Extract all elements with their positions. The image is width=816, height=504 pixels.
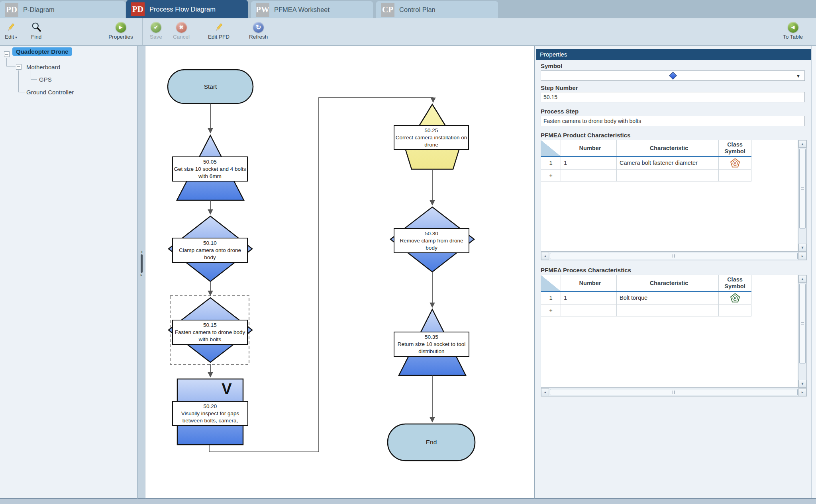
header-underline	[541, 156, 751, 157]
horizontal-scrollbar[interactable]: ◂ ▸	[541, 252, 807, 260]
process-characteristics-table: Number Characteristic Class Symbol 1 1 B…	[541, 275, 807, 397]
thumb-grip	[673, 254, 675, 258]
characteristic-cell[interactable]: Camera bolt fastener diameter	[617, 156, 719, 170]
tab-process-flow-diagram[interactable]: PD Process Flow Diagram	[126, 0, 248, 18]
row-number-cell[interactable]: 1	[541, 156, 561, 170]
table-row[interactable]: 1 1 Bolt torque P	[541, 291, 798, 305]
chevron-down-icon: ▼	[796, 74, 800, 78]
table-header-row: Number Characteristic Class Symbol	[541, 140, 798, 156]
refresh-button[interactable]: ↻ Refresh	[249, 21, 268, 40]
flow-node-5020-label[interactable]: 50.20 Visually inspect for gaps between …	[172, 401, 248, 426]
step-number: 50.35	[395, 334, 468, 341]
splitter-grip-handle[interactable]: ◂ ▸	[138, 250, 145, 277]
step-number: 50.15	[174, 322, 246, 329]
tree-item-ground-controller[interactable]: Ground Controller	[26, 89, 74, 96]
tab-control-plan[interactable]: CP Control Plan	[376, 1, 498, 18]
flow-node-5035-label[interactable]: 50.35 Return size 10 socket to tool dist…	[394, 332, 469, 357]
save-button[interactable]: ✔ Save	[150, 21, 162, 40]
scroll-left-icon: ◂	[544, 254, 546, 258]
main-toolbar: Edit▾ Find ▶ Properties ✔ Save ✖ Cancel …	[0, 18, 816, 46]
tree-connector-line	[31, 70, 31, 79]
vertical-scrollbar-thumb[interactable]	[799, 149, 806, 229]
scroll-left-button[interactable]: ◂	[541, 388, 549, 396]
edit-pfd-button[interactable]: Edit PFD	[208, 21, 230, 40]
properties-button[interactable]: ▶ Properties	[104, 21, 137, 40]
flow-node-5015-label[interactable]: 50.15 Fasten camera to drone body with b…	[172, 320, 248, 345]
cancel-button[interactable]: ✖ Cancel	[173, 21, 190, 40]
column-header-number[interactable]: Number	[561, 275, 617, 291]
empty-cell[interactable]	[561, 305, 617, 316]
structure-tree-panel: Quadcopter Drone Motherboard GPS Ground …	[0, 46, 137, 499]
horizontal-scrollbar-thumb[interactable]	[550, 389, 798, 395]
tree-item-quadcopter-drone[interactable]: Quadcopter Drone	[12, 48, 72, 55]
scroll-right-button[interactable]: ▸	[798, 252, 806, 260]
empty-cell[interactable]	[617, 170, 719, 182]
symbol-dropdown[interactable]: ▼	[541, 70, 805, 81]
empty-cell[interactable]	[561, 170, 617, 182]
tab-p-diagram[interactable]: PD P-Diagram	[0, 1, 126, 18]
flow-node-5010-label[interactable]: 50.10 Clamp camera onto drone body	[172, 238, 248, 263]
process-step-input[interactable]	[541, 116, 805, 126]
to-table-button[interactable]: ◀ To Table	[783, 21, 803, 40]
step-text: Fasten camera to drone body with bolts	[174, 329, 246, 343]
tree-item-gps[interactable]: GPS	[39, 76, 52, 83]
scroll-up-button[interactable]: ▲	[798, 275, 806, 283]
cancel-x-icon: ✖	[176, 22, 187, 33]
flow-node-5005-label[interactable]: 50.05 Get size 10 socket and 4 bolts wit…	[172, 156, 248, 182]
empty-cell[interactable]	[719, 170, 751, 182]
add-row[interactable]: +	[541, 170, 798, 182]
step-number-input[interactable]	[541, 92, 805, 102]
scroll-down-button[interactable]: ▼	[798, 380, 806, 387]
vertical-scrollbar-thumb[interactable]	[799, 284, 806, 363]
find-button[interactable]: Find	[31, 21, 41, 40]
scroll-left-button[interactable]: ◂	[541, 252, 549, 260]
scroll-down-button[interactable]: ▼	[798, 244, 806, 251]
vertical-scrollbar[interactable]: ▲ ▼	[798, 275, 807, 388]
column-header-class-symbol[interactable]: Class Symbol	[719, 275, 751, 291]
select-all-corner-cell[interactable]	[541, 140, 561, 156]
horizontal-scrollbar[interactable]: ◂ ▸	[541, 388, 807, 397]
add-row-button[interactable]: +	[541, 170, 561, 182]
column-header-characteristic[interactable]: Characteristic	[617, 140, 719, 156]
pencil-icon	[214, 21, 224, 33]
column-header-class-symbol[interactable]: Class Symbol	[719, 140, 751, 156]
step-text: Get size 10 socket and 4 bolts with 6mm	[174, 166, 246, 180]
table-row[interactable]: 1 1 Camera bolt fastener diameter K	[541, 156, 798, 170]
step-number: 50.10	[174, 240, 246, 247]
control-plan-tab-icon: CP	[381, 3, 394, 17]
class-symbol-cell[interactable]: P	[719, 291, 751, 305]
empty-cell[interactable]	[719, 305, 751, 316]
collapse-icon[interactable]	[16, 64, 22, 70]
characteristic-cell[interactable]: Bolt torque	[617, 291, 719, 305]
edit-button[interactable]: Edit▾	[5, 21, 17, 40]
flowchart-canvas[interactable]: Start 50.05 Get size 10 socket and 4 bol…	[145, 46, 535, 499]
empty-cell[interactable]	[617, 305, 719, 316]
number-cell[interactable]: 1	[561, 291, 617, 305]
panel-splitter[interactable]: ◂ ▸	[137, 46, 145, 499]
horizontal-scrollbar-thumb[interactable]	[550, 253, 798, 259]
scroll-up-button[interactable]: ▲	[798, 140, 806, 148]
edit-pfd-label: Edit PFD	[208, 34, 230, 40]
properties-play-icon: ▶	[116, 22, 126, 33]
class-symbol-cell[interactable]: K	[719, 156, 751, 170]
product-characteristics-table: Number Characteristic Class Symbol 1 1 C…	[541, 140, 807, 260]
select-all-corner-cell[interactable]	[541, 275, 561, 291]
symbol-field-label: Symbol	[541, 63, 562, 69]
add-row-button[interactable]: +	[541, 305, 561, 316]
flow-node-5025-label[interactable]: 50.25 Correct camera installation on dro…	[394, 125, 469, 150]
scroll-right-button[interactable]: ▸	[798, 388, 806, 396]
add-row[interactable]: +	[541, 305, 798, 316]
tab-pfmea-worksheet[interactable]: PW PFMEA Worksheet	[251, 1, 373, 18]
step-number-field-label: Step Number	[541, 84, 578, 91]
save-label: Save	[150, 34, 162, 40]
p-diagram-tab-icon: PD	[5, 3, 18, 17]
flow-node-5030-label[interactable]: 50.30 Remove clamp from drone body	[394, 228, 469, 253]
row-number-cell[interactable]: 1	[541, 291, 561, 305]
collapse-icon[interactable]	[4, 51, 10, 57]
column-header-number[interactable]: Number	[561, 140, 617, 156]
number-cell[interactable]: 1	[561, 156, 617, 170]
vertical-scrollbar[interactable]: ▲ ▼	[798, 140, 807, 252]
column-header-characteristic[interactable]: Characteristic	[617, 275, 719, 291]
tree-item-motherboard[interactable]: Motherboard	[26, 64, 60, 70]
panel-scroll-gutter[interactable]	[811, 46, 816, 498]
